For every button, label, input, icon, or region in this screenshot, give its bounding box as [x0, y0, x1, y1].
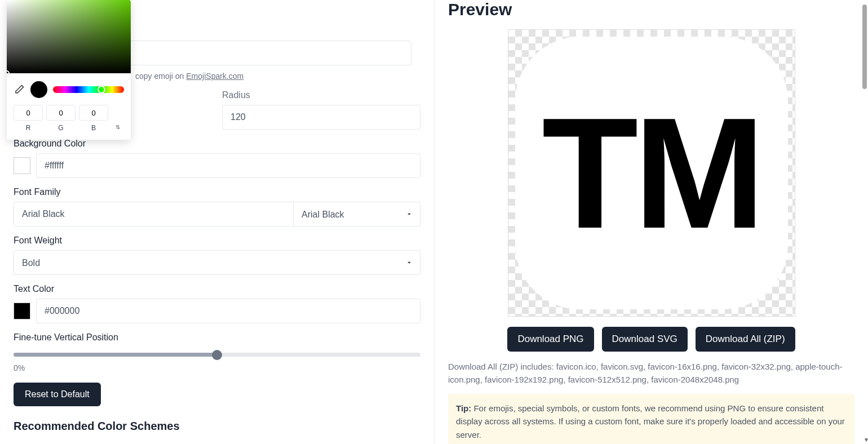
- font-family-input[interactable]: [14, 202, 294, 227]
- settings-panel: R G B ⇅: [0, 0, 434, 444]
- font-weight-select[interactable]: Bold: [14, 250, 420, 275]
- bg-color-swatch[interactable]: [14, 157, 30, 174]
- scrollbar-thumb[interactable]: [862, 5, 867, 89]
- vertical-position-label: Fine-tune Vertical Position: [14, 323, 420, 343]
- text-color-label: Text Color: [14, 275, 420, 294]
- tip-box: Tip: For emojis, special symbols, or cus…: [448, 394, 854, 444]
- preview-canvas: TM: [508, 29, 795, 317]
- vertical-position-slider[interactable]: 0%: [14, 347, 420, 372]
- radius-input[interactable]: [222, 105, 420, 130]
- color-r-input[interactable]: [14, 105, 43, 121]
- radius-label: Radius: [222, 90, 420, 100]
- color-g-label: G: [46, 124, 76, 132]
- hue-slider-thumb[interactable]: [98, 86, 105, 94]
- eyedropper-icon[interactable]: [14, 84, 25, 95]
- scrollbar[interactable]: ▼: [860, 0, 868, 444]
- emoji-hint: copy emoji on EmojiSpark.com: [135, 72, 243, 81]
- color-g-input[interactable]: [46, 105, 76, 121]
- recommended-schemes-heading: Recommended Color Schemes: [14, 420, 420, 433]
- text-color-input[interactable]: [36, 299, 420, 323]
- preview-icon-text: TM: [542, 94, 760, 252]
- scroll-down-icon[interactable]: ▼: [863, 437, 868, 443]
- color-saturation-area[interactable]: [7, 0, 131, 73]
- emoji-hint-link[interactable]: EmojiSpark.com: [186, 72, 243, 81]
- download-zip-button[interactable]: Download All (ZIP): [696, 327, 795, 352]
- bg-color-input[interactable]: [36, 153, 420, 178]
- color-b-input[interactable]: [79, 105, 108, 121]
- color-picker-popover[interactable]: R G B ⇅: [7, 0, 131, 140]
- font-weight-label: Font Weight: [14, 227, 420, 246]
- preview-panel: Preview TM Download PNG Download SVG Dow…: [434, 0, 868, 444]
- color-r-label: R: [14, 124, 43, 132]
- text-color-swatch[interactable]: [14, 303, 30, 319]
- color-mode-toggle-icon[interactable]: ⇅: [112, 124, 124, 130]
- preview-icon: TM: [515, 37, 788, 309]
- zip-includes-text: Download All (ZIP) includes: favicon.ico…: [448, 361, 854, 386]
- reset-button[interactable]: Reset to Default: [14, 383, 101, 406]
- preview-title: Preview: [448, 0, 854, 19]
- download-png-button[interactable]: Download PNG: [507, 327, 594, 352]
- font-family-label: Font Family: [14, 178, 420, 197]
- download-svg-button[interactable]: Download SVG: [602, 327, 688, 352]
- slider-thumb[interactable]: [212, 350, 222, 360]
- hue-slider[interactable]: [53, 86, 124, 93]
- color-b-label: B: [79, 124, 108, 132]
- color-preview-swatch: [30, 81, 47, 98]
- vertical-position-value: 0%: [14, 363, 420, 372]
- font-family-select[interactable]: Arial Black: [294, 202, 420, 227]
